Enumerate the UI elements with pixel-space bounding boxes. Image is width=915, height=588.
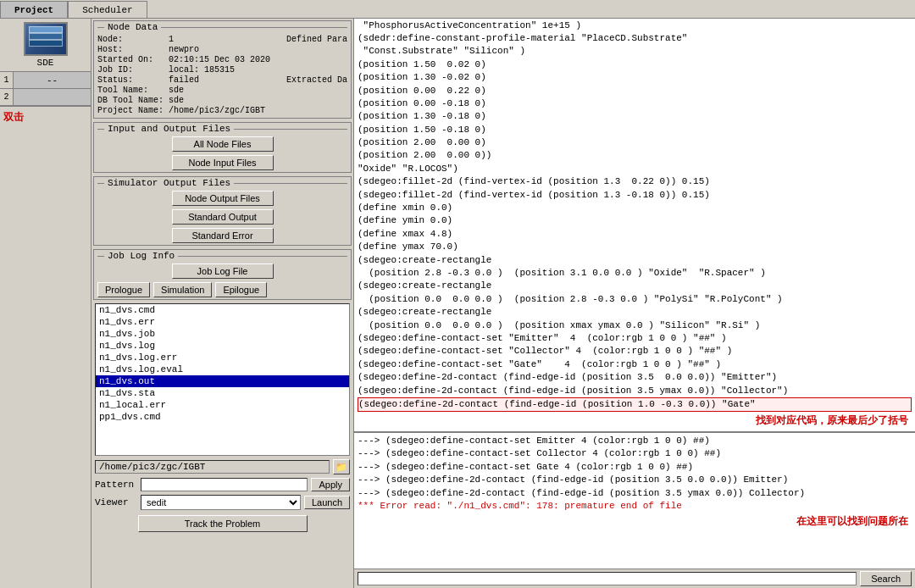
status-row: Status: failed Extracted Da [97, 75, 347, 85]
job-log-file-btn[interactable]: Job Log File [172, 263, 274, 279]
code-line: (define ymax 70.0) [358, 241, 912, 253]
prologue-btn[interactable]: Prologue [97, 282, 150, 297]
top-tab-bar: Project Scheduler [0, 0, 915, 19]
file-item[interactable]: n1_dvs.sta [96, 387, 349, 399]
apply-btn[interactable]: Apply [311, 478, 350, 491]
all-node-files-btn[interactable]: All Node Files [172, 136, 274, 152]
file-item[interactable]: pp1_dvs.cmd [96, 411, 349, 423]
code-line: (sdedr:define-constant-profile-material … [358, 32, 912, 45]
code-line-bottom: ---> (sdegeo:define-2d-contact (find-edg… [358, 487, 912, 500]
input-output-section: Input and Output Files All Node Files No… [93, 122, 352, 173]
toolname-label: Tool Name: [97, 86, 165, 95]
dbtool-value: sde [169, 96, 347, 105]
code-line: (position 1.30 -0.18 0) [358, 110, 912, 123]
folder-icon[interactable]: 📁 [333, 459, 350, 474]
left-panel: SDE 1 2 -- 双击 [0, 19, 92, 588]
code-line: (position 0.0 0.0 0.0 ) (position 2.8 -0… [358, 293, 912, 306]
code-line-bottom: ---> (sdegeo:define-2d-contact (find-edg… [358, 474, 912, 486]
viewer-select[interactable]: sedit [141, 495, 301, 510]
log-group-row: Prologue Simulation Epilogue [94, 280, 351, 299]
annotation-text: 找到对应代码，原来最后少了括号 [752, 412, 912, 430]
node-data-title: Node Data [94, 21, 351, 33]
node-output-row: Node Output Files [94, 189, 351, 208]
dbtool-row: DB Tool Name: sde [97, 96, 347, 105]
code-line: (position 0.00 0.22 0) [358, 85, 912, 97]
code-line: (define ymin 0.0) [358, 214, 912, 227]
middle-panel: Node Data Node: 1 Defined Para Host: new… [92, 19, 354, 588]
toolname-value: sde [169, 86, 347, 95]
code-line: (position 1.50 -0.18 0) [358, 124, 912, 136]
sde-icon [24, 22, 68, 56]
file-item[interactable]: n1_local.err [96, 399, 349, 411]
tab-scheduler[interactable]: Scheduler [68, 1, 147, 18]
code-line: (define xmax 4.8) [358, 228, 912, 241]
file-list[interactable]: n1_dvs.cmdn1_dvs.errn1_dvs.jobn1_dvs.log… [95, 303, 350, 456]
code-area-top[interactable]: ; Profiles;; -- Substrate(sdedr:define-c… [354, 19, 915, 433]
code-area-bottom[interactable]: ---> (sdegeo:define-contact-set Emitter … [354, 433, 915, 569]
host-value: newpro [169, 45, 347, 54]
sde-icon-layers [29, 26, 63, 52]
dbtool-label: DB Tool Name: [97, 96, 165, 105]
path-display: /home/pic3/zgc/IGBT [95, 460, 330, 474]
simulation-btn[interactable]: Simulation [153, 282, 212, 297]
track-problem-btn[interactable]: Track the Problem [138, 515, 308, 532]
tab-project[interactable]: Project [0, 1, 68, 18]
code-line-bottom: ---> (sdegeo:define-contact-set Collecto… [358, 447, 912, 460]
search-row: Search [354, 569, 915, 588]
code-line: (sdegeo:create-rectangle [358, 306, 912, 319]
code-line: (sdegeo:define-2d-contact (find-edge-id … [358, 371, 912, 384]
code-line: (position 2.8 -0.3 0.0 ) (position 3.1 0… [358, 267, 912, 280]
simulator-title: Simulator Output Files [94, 177, 351, 189]
file-item[interactable]: n1_dvs.log [96, 340, 349, 352]
node-data-section: Node Data Node: 1 Defined Para Host: new… [93, 20, 352, 119]
pattern-label: Pattern [95, 480, 137, 490]
code-line: (define xmin 0.0) [358, 202, 912, 214]
code-line-bottom: ---> (sdegeo:define-contact-set Emitter … [358, 435, 912, 447]
standard-error-btn[interactable]: Standard Error [172, 228, 274, 243]
project-label: Project Name: [97, 106, 165, 115]
node-value: 1 [169, 35, 225, 44]
node-info-table: Node: 1 Defined Para Host: newpro Starte… [94, 33, 351, 118]
file-item[interactable]: n1_dvs.err [96, 316, 349, 328]
simulator-section: Simulator Output Files Node Output Files… [93, 176, 352, 246]
node-output-files-btn[interactable]: Node Output Files [172, 191, 274, 206]
code-line: (sdegeo:define-contact-set "Emitter" 4 (… [358, 332, 912, 345]
code-line: (position 2.00 0.00 0)) [358, 149, 912, 162]
code-line: (sdegeo:fillet-2d (find-vertex-id (posit… [358, 189, 912, 202]
launch-btn[interactable]: Launch [304, 496, 350, 509]
main-content: SDE 1 2 -- 双击 Node Data Node: [0, 19, 915, 588]
right-content: ; Profiles;; -- Substrate(sdedr:define-c… [354, 19, 915, 588]
file-item[interactable]: n1_dvs.job [96, 328, 349, 340]
epilogue-btn[interactable]: Epilogue [215, 282, 267, 297]
code-line: (sdegeo:fillet-2d (find-vertex-id (posit… [358, 175, 912, 188]
code-line: (sdegeo:create-rectangle [358, 254, 912, 267]
search-input[interactable] [358, 572, 857, 585]
viewer-row: Viewer sedit Launch [92, 493, 353, 512]
search-button[interactable]: Search [860, 571, 912, 586]
tab-project-label: Project [14, 5, 53, 15]
file-item[interactable]: n1_dvs.log.eval [96, 363, 349, 375]
code-line-bottom: ---> (sdegeo:define-contact-set Gate 4 (… [358, 461, 912, 474]
standard-output-btn[interactable]: Standard Output [172, 209, 274, 225]
jobid-row: Job ID: local: 185315 [97, 65, 347, 75]
code-line: (sdegeo:define-contact-set "Collector" 4… [358, 345, 912, 358]
job-log-file-row: Job Log File [94, 262, 351, 280]
file-item[interactable]: n1_dvs.cmd [96, 304, 349, 316]
defined-para-label: Defined Para [286, 35, 347, 44]
file-item[interactable]: n1_dvs.out [96, 375, 349, 387]
pattern-input[interactable] [141, 478, 308, 491]
node-row: Node: 1 Defined Para [97, 35, 347, 44]
row-items: -- [14, 72, 91, 106]
tab-scheduler-label: Scheduler [82, 5, 132, 15]
row-num-1: 1 [0, 72, 13, 89]
double-click-area: 双击 [0, 107, 91, 128]
code-line-bottom: *** Error read: "./n1_dvs.cmd": 178: pre… [358, 500, 912, 513]
toolname-row: Tool Name: sde [97, 86, 347, 95]
node-label: Node: [97, 35, 165, 44]
code-line: "Oxide" "R.LOCOS") [358, 163, 912, 175]
node-input-files-row: Node Input Files [94, 153, 351, 172]
jobid-label: Job ID: [97, 65, 165, 75]
node-input-files-btn[interactable]: Node Input Files [172, 155, 274, 170]
all-node-files-row: All Node Files [94, 135, 351, 153]
file-item[interactable]: n1_dvs.log.err [96, 352, 349, 363]
